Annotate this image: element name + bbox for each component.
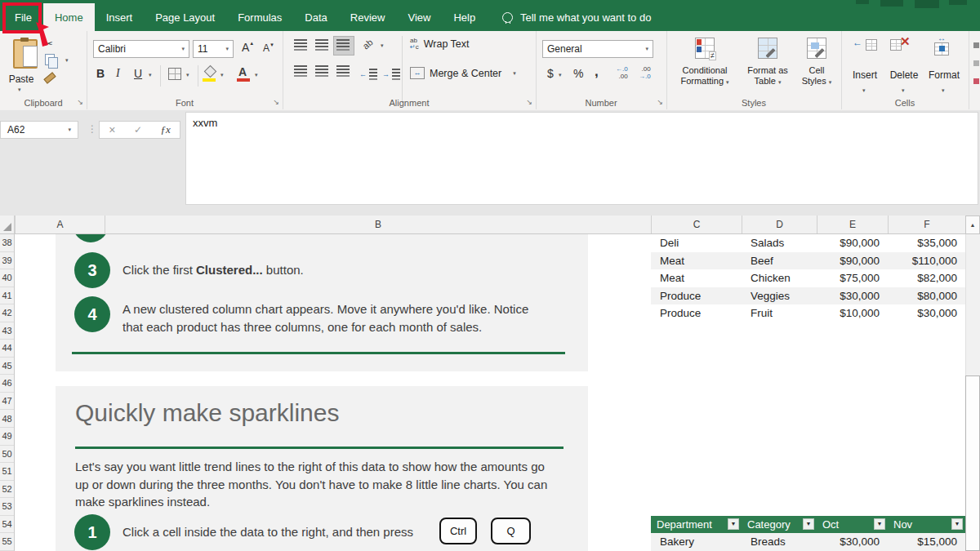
chevron-down-icon[interactable]: ▾	[220, 72, 224, 78]
cell[interactable]: $90,000	[817, 234, 888, 252]
cell[interactable]: Deli	[651, 234, 742, 252]
row-header-44[interactable]: 44	[0, 340, 14, 358]
tab-formulas[interactable]: Formulas	[226, 3, 293, 31]
drag-handle-icon[interactable]: ⋮	[87, 123, 97, 135]
table-row[interactable]: MeatBeef$90,000$110,000	[651, 252, 965, 270]
align-top-button[interactable]	[291, 36, 310, 54]
comma-button[interactable]: ,	[595, 64, 599, 80]
grow-font-button[interactable]: A▲	[242, 41, 254, 54]
decrease-decimal-button[interactable]: .00→.0	[639, 65, 651, 80]
bold-button[interactable]: B	[96, 67, 105, 80]
align-bottom-button[interactable]	[333, 36, 354, 56]
scrollbar-thumb[interactable]	[965, 375, 980, 551]
row-header-54[interactable]: 54	[0, 516, 14, 534]
shrink-font-button[interactable]: A▼	[263, 42, 274, 54]
table-row[interactable]: BakeryBreads$30,000$15,000	[651, 533, 965, 551]
formula-input[interactable]: xxvm	[185, 112, 978, 205]
row-header-47[interactable]: 47	[0, 393, 14, 411]
cell[interactable]: Fruit	[742, 304, 817, 322]
align-middle-button[interactable]	[312, 36, 332, 54]
cell[interactable]: Produce	[651, 287, 742, 305]
align-right-button[interactable]	[333, 62, 353, 80]
underline-button[interactable]: U	[134, 67, 142, 80]
cell[interactable]: Meat	[651, 269, 742, 287]
row-header-55[interactable]: 55	[0, 533, 14, 551]
filter-dropdown-icon[interactable]: ▼	[728, 518, 739, 530]
cell[interactable]: $82,000	[888, 269, 965, 287]
table-row[interactable]: DeliSalads$90,000$35,000	[651, 234, 965, 252]
align-center-button[interactable]	[312, 62, 332, 80]
cell[interactable]: Produce	[651, 304, 742, 322]
number-dialog-launcher[interactable]: ↘	[657, 99, 663, 106]
row-header-49[interactable]: 49	[0, 428, 14, 446]
row-header-53[interactable]: 53	[0, 498, 14, 516]
cell[interactable]: $10,000	[817, 304, 888, 322]
wrap-text-button[interactable]: ab↵c Wrap Text	[410, 38, 470, 51]
cell[interactable]: Chicken	[742, 269, 817, 287]
cell[interactable]: Meat	[651, 252, 742, 270]
cell[interactable]: Beef	[742, 252, 817, 270]
dept-header-department[interactable]: Department▼	[651, 516, 742, 534]
dept-header-oct[interactable]: Oct▼	[817, 516, 888, 534]
tab-data[interactable]: Data	[293, 3, 338, 31]
scroll-up-button[interactable]: ▲	[965, 216, 980, 234]
cell[interactable]: $30,000	[817, 533, 888, 551]
row-header-52[interactable]: 52	[0, 481, 14, 499]
dept-header-nov[interactable]: Nov▼	[888, 516, 965, 534]
row-header-39[interactable]: 39	[0, 252, 14, 270]
fill-color-icon[interactable]	[204, 65, 217, 78]
percent-button[interactable]: %	[573, 67, 583, 80]
currency-button[interactable]: $	[547, 67, 554, 80]
select-all-corner[interactable]	[0, 216, 15, 233]
cell[interactable]: Salads	[742, 234, 817, 252]
filter-dropdown-icon[interactable]: ▼	[874, 518, 885, 530]
cell[interactable]: Veggies	[742, 287, 817, 305]
chevron-down-icon[interactable]: ▾	[186, 72, 189, 78]
font-size-combo[interactable]: 11▾	[193, 40, 234, 58]
row-header-41[interactable]: 41	[0, 287, 14, 305]
row-header-51[interactable]: 51	[0, 463, 14, 481]
cell[interactable]: $110,000	[888, 252, 965, 270]
orientation-icon[interactable]: ab	[361, 37, 375, 51]
italic-button[interactable]: I	[116, 67, 120, 80]
chevron-down-icon[interactable]: ▾	[381, 42, 384, 49]
tell-me[interactable]: Tell me what you want to do	[502, 3, 651, 31]
chevron-down-icon[interactable]: ▾	[255, 72, 258, 78]
dept-header-category[interactable]: Category▼	[742, 516, 817, 534]
row-header-38[interactable]: 38	[0, 234, 14, 252]
sheet-grid[interactable]: 383940414243444546474849505152535455 3 C…	[0, 234, 980, 551]
tab-page-layout[interactable]: Page Layout	[144, 3, 226, 31]
row-header-40[interactable]: 40	[0, 269, 14, 287]
increase-indent-button[interactable]: →	[382, 65, 390, 80]
scrollbar-track[interactable]	[965, 234, 980, 375]
insert-function-icon[interactable]: ƒx	[160, 123, 170, 136]
font-color-icon[interactable]: A	[238, 65, 247, 78]
chevron-down-icon[interactable]: ▾	[149, 72, 152, 78]
column-header-C[interactable]: C	[651, 216, 742, 233]
cell[interactable]: $30,000	[817, 287, 888, 305]
cell[interactable]: $80,000	[888, 287, 965, 305]
column-header-A[interactable]: A	[15, 216, 105, 233]
tab-insert[interactable]: Insert	[95, 3, 145, 31]
chevron-down-icon[interactable]: ▾	[65, 57, 69, 64]
column-header-E[interactable]: E	[817, 216, 888, 233]
table-row[interactable]: ProduceVeggies$30,000$80,000	[651, 287, 965, 305]
row-header-48[interactable]: 48	[0, 411, 14, 429]
paste-button[interactable]: Paste ▾	[3, 34, 39, 96]
font-name-combo[interactable]: Calibri▾	[93, 40, 189, 58]
column-header-D[interactable]: D	[742, 216, 817, 233]
borders-icon[interactable]	[168, 68, 181, 80]
cell[interactable]: $75,000	[817, 269, 888, 287]
increase-decimal-button[interactable]: ←.0.00	[616, 65, 628, 80]
cell[interactable]: $15,000	[888, 533, 965, 551]
row-header-45[interactable]: 45	[0, 358, 14, 375]
cell[interactable]: $35,000	[888, 234, 965, 252]
cell[interactable]: Breads	[742, 533, 817, 551]
font-dialog-launcher[interactable]: ↘	[273, 99, 279, 106]
column-header-F[interactable]: F	[888, 216, 965, 233]
column-header-B[interactable]: B	[105, 216, 651, 233]
row-header-43[interactable]: 43	[0, 322, 14, 340]
table-row[interactable]: ProduceFruit$10,000$30,000	[651, 304, 965, 322]
copy-icon[interactable]	[45, 54, 55, 65]
row-header-46[interactable]: 46	[0, 375, 14, 393]
